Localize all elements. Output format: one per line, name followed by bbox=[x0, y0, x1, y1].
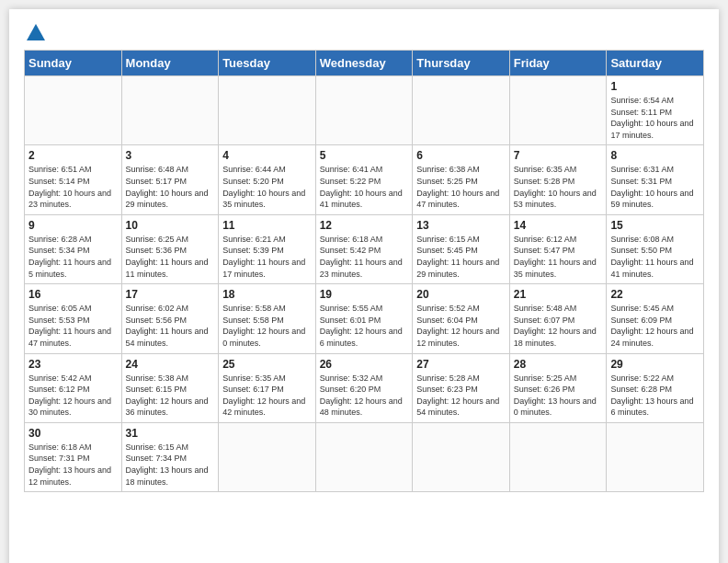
day-info: Sunrise: 6:48 AM Sunset: 5:17 PM Dayligh… bbox=[126, 164, 215, 210]
day-cell: 30Sunrise: 6:18 AM Sunset: 7:31 PM Dayli… bbox=[25, 422, 122, 491]
day-info: Sunrise: 6:21 AM Sunset: 5:39 PM Dayligh… bbox=[222, 234, 312, 280]
day-cell: 15Sunrise: 6:08 AM Sunset: 5:50 PM Dayli… bbox=[607, 214, 704, 283]
day-cell: 14Sunrise: 6:12 AM Sunset: 5:47 PM Dayli… bbox=[509, 214, 607, 283]
week-row-5: 23Sunrise: 5:42 AM Sunset: 6:12 PM Dayli… bbox=[25, 353, 704, 422]
day-cell: 31Sunrise: 6:15 AM Sunset: 7:34 PM Dayli… bbox=[121, 422, 219, 491]
day-info: Sunrise: 6:18 AM Sunset: 7:31 PM Dayligh… bbox=[28, 442, 118, 488]
day-cell bbox=[219, 76, 316, 145]
day-info: Sunrise: 5:25 AM Sunset: 6:26 PM Dayligh… bbox=[514, 373, 603, 419]
day-cell: 17Sunrise: 6:02 AM Sunset: 5:56 PM Dayli… bbox=[121, 284, 219, 353]
day-number: 15 bbox=[610, 219, 700, 232]
day-number: 5 bbox=[320, 149, 409, 162]
day-info: Sunrise: 5:38 AM Sunset: 6:15 PM Dayligh… bbox=[126, 373, 215, 419]
day-cell: 8Sunrise: 6:31 AM Sunset: 5:31 PM Daylig… bbox=[607, 145, 704, 214]
day-cell: 9Sunrise: 6:28 AM Sunset: 5:34 PM Daylig… bbox=[25, 214, 122, 283]
day-number: 1 bbox=[610, 80, 700, 93]
day-cell: 18Sunrise: 5:58 AM Sunset: 5:58 PM Dayli… bbox=[219, 284, 316, 353]
day-info: Sunrise: 6:02 AM Sunset: 5:56 PM Dayligh… bbox=[126, 303, 215, 349]
day-info: Sunrise: 6:54 AM Sunset: 5:11 PM Dayligh… bbox=[610, 95, 700, 141]
day-cell bbox=[509, 422, 607, 491]
day-number: 17 bbox=[126, 288, 215, 301]
week-row-2: 2Sunrise: 6:51 AM Sunset: 5:14 PM Daylig… bbox=[25, 145, 704, 214]
day-cell: 6Sunrise: 6:38 AM Sunset: 5:25 PM Daylig… bbox=[413, 145, 510, 214]
day-number: 23 bbox=[28, 358, 118, 371]
day-info: Sunrise: 6:18 AM Sunset: 5:42 PM Dayligh… bbox=[320, 234, 409, 280]
calendar-table: SundayMondayTuesdayWednesdayThursdayFrid… bbox=[24, 50, 704, 492]
day-info: Sunrise: 6:15 AM Sunset: 7:34 PM Dayligh… bbox=[126, 442, 215, 488]
day-number: 29 bbox=[610, 358, 700, 371]
weekday-tuesday: Tuesday bbox=[219, 51, 316, 76]
day-cell: 20Sunrise: 5:52 AM Sunset: 6:04 PM Dayli… bbox=[413, 284, 510, 353]
day-cell: 29Sunrise: 5:22 AM Sunset: 6:28 PM Dayli… bbox=[607, 353, 704, 422]
day-cell: 21Sunrise: 5:48 AM Sunset: 6:07 PM Dayli… bbox=[509, 284, 607, 353]
day-info: Sunrise: 6:25 AM Sunset: 5:36 PM Dayligh… bbox=[126, 234, 215, 280]
day-cell: 4Sunrise: 6:44 AM Sunset: 5:20 PM Daylig… bbox=[219, 145, 316, 214]
day-cell: 11Sunrise: 6:21 AM Sunset: 5:39 PM Dayli… bbox=[219, 214, 316, 283]
day-info: Sunrise: 5:22 AM Sunset: 6:28 PM Dayligh… bbox=[610, 373, 700, 419]
day-number: 19 bbox=[320, 288, 409, 301]
weekday-saturday: Saturday bbox=[607, 51, 704, 76]
logo bbox=[24, 24, 125, 42]
day-number: 13 bbox=[416, 219, 506, 232]
day-info: Sunrise: 5:35 AM Sunset: 6:17 PM Dayligh… bbox=[222, 373, 312, 419]
day-cell: 25Sunrise: 5:35 AM Sunset: 6:17 PM Dayli… bbox=[219, 353, 316, 422]
day-cell: 5Sunrise: 6:41 AM Sunset: 5:22 PM Daylig… bbox=[315, 145, 413, 214]
week-row-6: 30Sunrise: 6:18 AM Sunset: 7:31 PM Dayli… bbox=[25, 422, 704, 491]
day-cell: 16Sunrise: 6:05 AM Sunset: 5:53 PM Dayli… bbox=[25, 284, 122, 353]
day-cell bbox=[25, 76, 122, 145]
day-info: Sunrise: 6:28 AM Sunset: 5:34 PM Dayligh… bbox=[28, 234, 118, 280]
day-info: Sunrise: 6:35 AM Sunset: 5:28 PM Dayligh… bbox=[514, 164, 603, 210]
weekday-wednesday: Wednesday bbox=[315, 51, 413, 76]
day-number: 12 bbox=[320, 219, 409, 232]
weekday-friday: Friday bbox=[509, 51, 607, 76]
day-cell bbox=[121, 76, 219, 145]
day-number: 22 bbox=[610, 288, 700, 301]
day-number: 26 bbox=[320, 358, 409, 371]
day-cell: 13Sunrise: 6:15 AM Sunset: 5:45 PM Dayli… bbox=[413, 214, 510, 283]
day-number: 11 bbox=[222, 219, 312, 232]
day-info: Sunrise: 6:15 AM Sunset: 5:45 PM Dayligh… bbox=[416, 234, 506, 280]
day-number: 18 bbox=[222, 288, 312, 301]
day-number: 9 bbox=[28, 219, 118, 232]
weekday-sunday: Sunday bbox=[25, 51, 122, 76]
day-number: 21 bbox=[514, 288, 603, 301]
day-number: 14 bbox=[514, 219, 603, 232]
week-row-1: 1Sunrise: 6:54 AM Sunset: 5:11 PM Daylig… bbox=[25, 76, 704, 145]
day-number: 30 bbox=[28, 427, 118, 440]
week-row-3: 9Sunrise: 6:28 AM Sunset: 5:34 PM Daylig… bbox=[25, 214, 704, 283]
day-info: Sunrise: 6:12 AM Sunset: 5:47 PM Dayligh… bbox=[514, 234, 603, 280]
day-cell: 10Sunrise: 6:25 AM Sunset: 5:36 PM Dayli… bbox=[121, 214, 219, 283]
day-info: Sunrise: 5:55 AM Sunset: 6:01 PM Dayligh… bbox=[320, 303, 409, 349]
day-info: Sunrise: 5:58 AM Sunset: 5:58 PM Dayligh… bbox=[222, 303, 312, 349]
day-cell: 24Sunrise: 5:38 AM Sunset: 6:15 PM Dayli… bbox=[121, 353, 219, 422]
day-info: Sunrise: 6:05 AM Sunset: 5:53 PM Dayligh… bbox=[28, 303, 118, 349]
day-cell: 28Sunrise: 5:25 AM Sunset: 6:26 PM Dayli… bbox=[509, 353, 607, 422]
day-cell: 19Sunrise: 5:55 AM Sunset: 6:01 PM Dayli… bbox=[315, 284, 413, 353]
day-cell: 2Sunrise: 6:51 AM Sunset: 5:14 PM Daylig… bbox=[25, 145, 122, 214]
day-number: 24 bbox=[126, 358, 215, 371]
day-number: 20 bbox=[416, 288, 506, 301]
day-cell bbox=[413, 76, 510, 145]
day-cell: 27Sunrise: 5:28 AM Sunset: 6:23 PM Dayli… bbox=[413, 353, 510, 422]
header-area bbox=[24, 24, 704, 42]
day-info: Sunrise: 6:38 AM Sunset: 5:25 PM Dayligh… bbox=[416, 164, 506, 210]
day-info: Sunrise: 5:32 AM Sunset: 6:20 PM Dayligh… bbox=[320, 373, 409, 419]
day-number: 10 bbox=[126, 219, 215, 232]
day-info: Sunrise: 5:48 AM Sunset: 6:07 PM Dayligh… bbox=[514, 303, 603, 349]
day-info: Sunrise: 6:08 AM Sunset: 5:50 PM Dayligh… bbox=[610, 234, 700, 280]
day-number: 28 bbox=[514, 358, 603, 371]
day-number: 6 bbox=[416, 149, 506, 162]
day-number: 25 bbox=[222, 358, 312, 371]
day-cell bbox=[315, 76, 413, 145]
day-cell: 22Sunrise: 5:45 AM Sunset: 6:09 PM Dayli… bbox=[607, 284, 704, 353]
day-info: Sunrise: 6:51 AM Sunset: 5:14 PM Dayligh… bbox=[28, 164, 118, 210]
day-info: Sunrise: 5:45 AM Sunset: 6:09 PM Dayligh… bbox=[610, 303, 700, 349]
week-row-4: 16Sunrise: 6:05 AM Sunset: 5:53 PM Dayli… bbox=[25, 284, 704, 353]
day-number: 27 bbox=[416, 358, 506, 371]
day-cell bbox=[219, 422, 316, 491]
day-info: Sunrise: 5:42 AM Sunset: 6:12 PM Dayligh… bbox=[28, 373, 118, 419]
weekday-thursday: Thursday bbox=[413, 51, 510, 76]
day-number: 31 bbox=[126, 427, 215, 440]
day-cell: 23Sunrise: 5:42 AM Sunset: 6:12 PM Dayli… bbox=[25, 353, 122, 422]
day-number: 7 bbox=[514, 149, 603, 162]
